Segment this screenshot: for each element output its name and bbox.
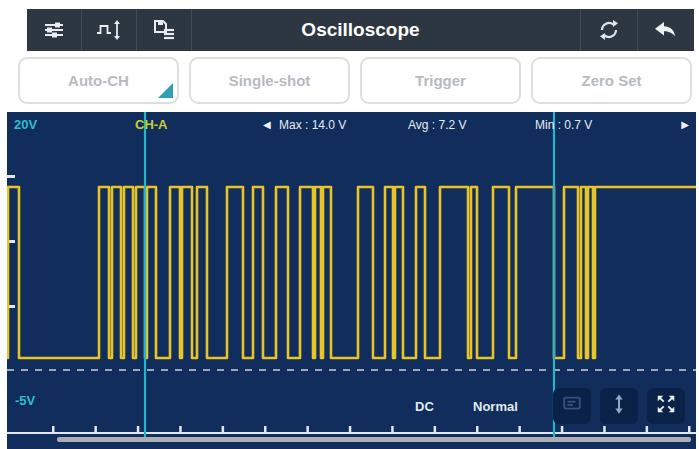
tune-button[interactable]	[27, 9, 82, 51]
vertical-scale-button[interactable]	[600, 388, 638, 424]
prev-channel-arrow[interactable]: ◀	[263, 119, 271, 130]
save-button[interactable]	[137, 9, 192, 51]
page: Oscilloscope	[0, 0, 699, 449]
next-channel-arrow[interactable]: ▶	[681, 119, 689, 130]
save-icon	[152, 18, 176, 42]
tooltip-icon	[561, 393, 583, 419]
zero-set-button[interactable]: Zero Set	[531, 57, 692, 104]
coupling-label: DC	[415, 399, 434, 414]
tooltip-button[interactable]	[553, 388, 591, 424]
back-button[interactable]	[637, 9, 694, 51]
max-value-label: Max : 14.0 V	[279, 118, 346, 132]
single-shot-label: Single-shot	[229, 72, 311, 89]
refresh-button[interactable]	[580, 9, 637, 51]
vertical-arrows-icon	[608, 393, 630, 419]
trigger-button[interactable]: Trigger	[360, 57, 521, 104]
toolbar: Auto-CH Single-shot Trigger Zero Set	[18, 57, 692, 104]
scope-display[interactable]: 20V CH-A ◀ Max : 14.0 V Avg : 7.2 V Min …	[7, 112, 696, 449]
auto-ch-label: Auto-CH	[68, 72, 129, 89]
voltage-scale-bottom: -5V	[15, 393, 35, 408]
trigger-mode-label: Normal	[473, 399, 518, 414]
zero-set-label: Zero Set	[581, 72, 641, 89]
channel-label: CH-A	[135, 117, 168, 132]
top-bar-left-group	[27, 9, 192, 51]
tune-icon	[42, 18, 66, 42]
top-bar-right-group	[580, 9, 694, 51]
min-value-label: Min : 0.7 V	[535, 118, 592, 132]
back-icon	[653, 18, 679, 42]
single-shot-button[interactable]: Single-shot	[189, 57, 350, 104]
fullscreen-icon	[655, 393, 677, 419]
refresh-icon	[597, 18, 621, 42]
trigger-label: Trigger	[415, 72, 466, 89]
fullscreen-button[interactable]	[647, 388, 685, 424]
top-bar: Oscilloscope	[27, 9, 694, 51]
avg-value-label: Avg : 7.2 V	[408, 118, 466, 132]
pulse-scale-icon	[96, 18, 122, 42]
scope-button-group	[553, 388, 685, 424]
corner-triangle-icon	[158, 83, 173, 98]
pulse-scale-button[interactable]	[82, 9, 137, 51]
voltage-scale-top: 20V	[14, 117, 37, 132]
auto-ch-button[interactable]: Auto-CH	[18, 57, 179, 104]
